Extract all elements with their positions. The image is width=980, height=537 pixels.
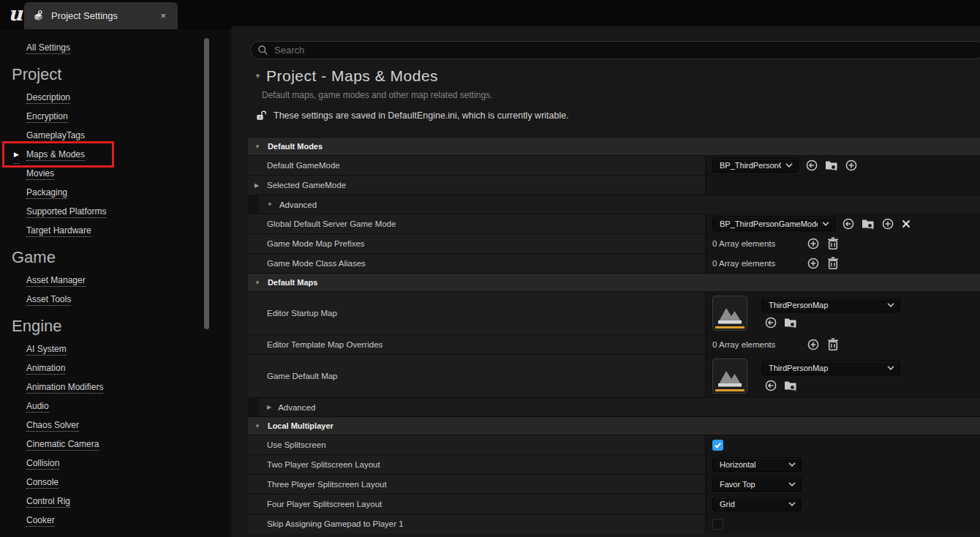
chevron-down-icon	[788, 482, 796, 487]
map-asset-thumbnail[interactable]	[712, 358, 747, 394]
project-settings-icon	[32, 10, 45, 22]
sidebar-item-asset-tools[interactable]: Asset Tools	[26, 290, 71, 309]
sidebar-item-packaging[interactable]: Packaging	[26, 183, 67, 202]
default-maps-advanced-header[interactable]: ▶ Advanced	[258, 397, 980, 416]
row-default-gamemode: Default GameMode BP_ThirdPersonGameMode	[248, 155, 980, 175]
unreal-engine-logo-icon: u	[5, 1, 26, 26]
use-selected-asset-button[interactable]	[764, 379, 777, 392]
tab-project-settings[interactable]: Project Settings ×	[24, 2, 178, 29]
section-header-default-modes[interactable]: ▼ Default Modes	[248, 137, 980, 155]
expand-arrow-icon[interactable]: ▶	[255, 182, 259, 189]
row-four-player-splitscreen-layout: Four Player Splitscreen Layout Grid	[248, 494, 980, 514]
section-collapse-icon: ▼	[255, 279, 260, 286]
sidebar-item-animation[interactable]: Animation	[26, 358, 65, 378]
chevron-down-icon	[887, 303, 894, 307]
page-subtitle: Default maps, game modes and other map r…	[262, 90, 965, 100]
row-use-splitscreen: Use Splitscreen	[248, 435, 980, 454]
row-game-mode-map-prefixes: Game Mode Map Prefixes 0 Array elements	[248, 233, 980, 253]
chevron-down-icon	[822, 222, 829, 226]
default-modes-advanced-header[interactable]: ▼ Advanced	[258, 195, 980, 214]
sidebar-item-description[interactable]: Description	[26, 88, 70, 107]
top-bar: u Project Settings ×	[0, 0, 980, 29]
browse-to-asset-button[interactable]	[862, 217, 875, 230]
skip-gamepad-checkbox[interactable]	[712, 519, 723, 530]
sidebar-item-supported-platforms[interactable]: Supported Platforms	[26, 202, 106, 221]
sidebar-item-gameplaytags[interactable]: GameplayTags	[26, 126, 85, 145]
two-player-layout-dropdown[interactable]: Horizontal	[712, 457, 802, 472]
clear-array-button[interactable]	[826, 338, 840, 351]
add-new-asset-button[interactable]	[845, 159, 858, 172]
advanced-expanded-icon: ▼	[267, 201, 273, 208]
sidebar-item-maps-and-modes[interactable]: ▶ Maps & Modes	[26, 145, 85, 164]
row-two-player-splitscreen-layout: Two Player Splitscreen Layout Horizontal	[248, 454, 980, 474]
add-array-element-button[interactable]	[807, 257, 820, 270]
editor-startup-map-dropdown[interactable]: ThirdPersonMap	[761, 298, 900, 312]
page-collapse-icon[interactable]: ▼	[255, 72, 266, 80]
tab-close-icon[interactable]: ×	[157, 9, 169, 23]
section-header-default-maps[interactable]: ▼ Default Maps	[248, 273, 980, 291]
global-server-gamemode-dropdown[interactable]: BP_ThirdPersonGameMode	[712, 217, 835, 231]
array-elements-count: 0 Array elements	[712, 340, 800, 349]
use-selected-asset-button[interactable]	[805, 159, 818, 172]
sidebar-item-target-hardware[interactable]: Target Hardware	[26, 221, 91, 240]
checkmark-icon	[714, 441, 722, 449]
add-array-element-button[interactable]	[807, 237, 820, 250]
section-collapse-icon: ▼	[255, 423, 260, 429]
sidebar-item-console[interactable]: Console	[26, 473, 59, 492]
sidebar-item-cooker[interactable]: Cooker	[26, 511, 55, 530]
chevron-down-icon	[887, 366, 894, 370]
page-title: Project - Maps & Modes	[266, 67, 438, 85]
row-game-mode-class-aliases: Game Mode Class Aliases 0 Array elements	[248, 253, 980, 273]
clear-array-button[interactable]	[826, 237, 840, 250]
array-elements-count: 0 Array elements	[712, 239, 800, 248]
four-player-layout-dropdown[interactable]: Grid	[712, 497, 802, 511]
clear-array-button[interactable]	[826, 257, 840, 270]
sidebar-item-cinematic-camera[interactable]: Cinematic Camera	[26, 435, 99, 454]
sidebar-item-chaos-solver[interactable]: Chaos Solver	[26, 416, 79, 435]
browse-to-asset-button[interactable]	[825, 159, 838, 172]
map-asset-thumbnail[interactable]	[712, 296, 747, 331]
sidebar-section-project: Project	[12, 64, 230, 85]
row-three-player-splitscreen-layout: Three Player Splitscreen Layout Favor To…	[248, 474, 980, 494]
row-skip-assigning-gamepad: Skip Assigning Gamepad to Player 1	[248, 514, 980, 533]
settings-rows: ▼ Default Modes Default GameMode BP_Thir…	[248, 137, 980, 533]
sidebar-section-game: Game	[12, 247, 230, 268]
chevron-down-icon	[788, 502, 796, 506]
row-editor-startup-map: Editor Startup Map ThirdPersonMap	[248, 291, 980, 334]
sidebar-item-animation-modifiers[interactable]: Animation Modifiers	[26, 378, 103, 397]
browse-to-asset-button[interactable]	[784, 316, 797, 329]
level-thumbnail-icon	[716, 361, 744, 389]
row-global-default-server-game-mode: Global Default Server Game Mode BP_Third…	[248, 214, 980, 233]
clear-value-button[interactable]	[901, 219, 911, 229]
sidebar-item-movies[interactable]: Movies	[26, 164, 54, 183]
browse-to-asset-button[interactable]	[784, 379, 797, 392]
three-player-layout-dropdown[interactable]: Favor Top	[712, 477, 802, 492]
chevron-down-icon	[788, 462, 796, 467]
section-collapse-icon: ▼	[255, 143, 260, 150]
sidebar-item-audio[interactable]: Audio	[26, 397, 49, 416]
default-gamemode-dropdown[interactable]: BP_ThirdPersonGameMode	[712, 158, 799, 173]
search-input[interactable]	[274, 45, 980, 56]
sidebar-item-ai-system[interactable]: AI System	[26, 339, 67, 358]
sidebar-item-all-settings[interactable]: All Settings	[26, 38, 70, 57]
game-default-map-dropdown[interactable]: ThirdPersonMap	[761, 361, 900, 375]
sidebar-scrollbar[interactable]	[204, 38, 209, 329]
row-editor-template-map-overrides: Editor Template Map Overrides 0 Array el…	[248, 334, 980, 354]
sidebar-item-collision[interactable]: Collision	[26, 454, 59, 473]
search-bar[interactable]	[250, 41, 980, 59]
array-elements-count: 0 Array elements	[712, 259, 800, 268]
search-icon	[257, 45, 268, 56]
settings-main-panel: ▼ Project - Maps & Modes Default maps, g…	[232, 26, 980, 537]
unlocked-padlock-icon	[256, 110, 266, 121]
sidebar-item-asset-manager[interactable]: Asset Manager	[26, 271, 86, 290]
sidebar-section-engine: Engine	[12, 316, 230, 337]
add-array-element-button[interactable]	[807, 338, 820, 351]
chevron-down-icon	[785, 163, 793, 168]
sidebar-item-control-rig[interactable]: Control Rig	[26, 492, 70, 511]
add-new-asset-button[interactable]	[881, 217, 894, 230]
use-splitscreen-checkbox[interactable]	[712, 440, 723, 451]
use-selected-asset-button[interactable]	[842, 217, 855, 230]
use-selected-asset-button[interactable]	[764, 316, 777, 329]
section-header-local-multiplayer[interactable]: ▼ Local Multiplayer	[248, 416, 980, 435]
sidebar-item-encryption[interactable]: Encryption	[26, 107, 68, 126]
